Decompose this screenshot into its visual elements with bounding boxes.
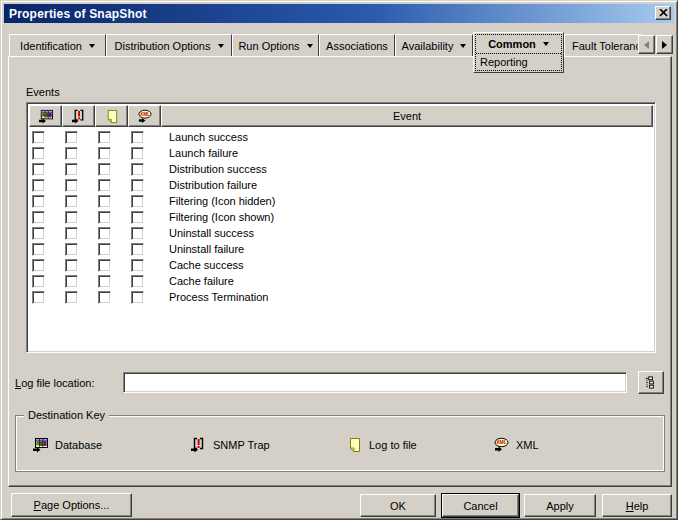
- checkbox-database[interactable]: [32, 259, 45, 272]
- tab-run-options[interactable]: Run Options: [232, 34, 319, 56]
- checkbox-database[interactable]: [32, 275, 45, 288]
- event-label: Distribution success: [169, 163, 267, 175]
- checkbox-database[interactable]: [32, 147, 45, 160]
- tab-distribution-options[interactable]: Distribution Options: [106, 34, 232, 56]
- table-row: Uninstall success: [29, 225, 653, 241]
- checkbox-log-to-file[interactable]: [98, 227, 111, 240]
- checkbox-database[interactable]: [32, 243, 45, 256]
- checkbox-log-to-file[interactable]: [98, 243, 111, 256]
- arrow-right-icon: [662, 41, 667, 49]
- checkbox-snmp-trap[interactable]: [65, 291, 78, 304]
- checkbox-snmp-trap[interactable]: [65, 179, 78, 192]
- table-row: Filtering (Icon hidden): [29, 193, 653, 209]
- checkbox-snmp-trap[interactable]: [65, 131, 78, 144]
- column-header-database[interactable]: [29, 105, 62, 127]
- checkbox-log-to-file[interactable]: [98, 195, 111, 208]
- tab-scroll-right-button[interactable]: [656, 35, 673, 54]
- checkbox-cell: [95, 259, 128, 272]
- browse-button[interactable]: [638, 371, 664, 394]
- checkbox-snmp-trap[interactable]: [65, 163, 78, 176]
- checkbox-database[interactable]: [32, 227, 45, 240]
- tab-label: Identification: [20, 40, 82, 52]
- checkbox-database[interactable]: [32, 179, 45, 192]
- checkbox-cell: [62, 131, 95, 144]
- checkbox-xml[interactable]: [131, 275, 144, 288]
- log-to-file-icon: [103, 109, 120, 124]
- event-label: Cache failure: [169, 275, 234, 287]
- checkbox-xml[interactable]: [131, 211, 144, 224]
- destination-item-database: Database: [32, 437, 102, 453]
- checkbox-log-to-file[interactable]: [98, 131, 111, 144]
- cancel-button[interactable]: Cancel: [442, 494, 519, 517]
- ok-button[interactable]: OK: [360, 494, 436, 517]
- help-button[interactable]: Help: [602, 494, 672, 517]
- checkbox-log-to-file[interactable]: [98, 291, 111, 304]
- events-section-label: Events: [26, 86, 60, 98]
- tab-identification[interactable]: Identification: [9, 34, 106, 56]
- svg-text:XML: XML: [496, 439, 507, 445]
- event-label: Cache success: [169, 259, 244, 271]
- destination-item-xml: XML XML: [493, 437, 539, 453]
- tab-common[interactable]: CommonReporting: [473, 32, 564, 73]
- page-options-button[interactable]: Page Options...: [11, 493, 132, 517]
- database-icon: [32, 437, 48, 453]
- table-row: Distribution failure: [29, 177, 653, 193]
- column-header-snmp-trap[interactable]: [62, 105, 95, 127]
- checkbox-snmp-trap[interactable]: [65, 275, 78, 288]
- checkbox-xml[interactable]: [131, 147, 144, 160]
- checkbox-snmp-trap[interactable]: [65, 259, 78, 272]
- subtab-reporting[interactable]: Reporting: [476, 54, 561, 70]
- checkbox-xml[interactable]: [131, 195, 144, 208]
- checkbox-cell: [29, 211, 62, 224]
- checkbox-log-to-file[interactable]: [98, 275, 111, 288]
- close-button[interactable]: [655, 6, 671, 20]
- checkbox-log-to-file[interactable]: [98, 147, 111, 160]
- event-label: Launch success: [169, 131, 248, 143]
- checkbox-cell: [128, 131, 161, 144]
- checkbox-xml[interactable]: [131, 291, 144, 304]
- checkbox-cell: [29, 275, 62, 288]
- checkbox-xml[interactable]: [131, 131, 144, 144]
- database-icon: [37, 109, 54, 124]
- checkbox-database[interactable]: [32, 163, 45, 176]
- checkbox-xml[interactable]: [131, 179, 144, 192]
- checkbox-cell: [128, 147, 161, 160]
- checkbox-snmp-trap[interactable]: [65, 227, 78, 240]
- checkbox-cell: [62, 227, 95, 240]
- checkbox-database[interactable]: [32, 195, 45, 208]
- tab-availability[interactable]: Availability: [395, 34, 473, 56]
- checkbox-database[interactable]: [32, 131, 45, 144]
- checkbox-cell: [62, 243, 95, 256]
- table-row: Filtering (Icon shown): [29, 209, 653, 225]
- checkbox-xml[interactable]: [131, 227, 144, 240]
- column-header-log-to-file[interactable]: [95, 105, 128, 127]
- tab-associations[interactable]: Associations: [319, 34, 395, 56]
- column-header-event[interactable]: Event: [161, 105, 653, 127]
- log-file-location-input[interactable]: [123, 372, 627, 393]
- checkbox-xml[interactable]: [131, 243, 144, 256]
- checkbox-snmp-trap[interactable]: [65, 243, 78, 256]
- checkbox-cell: [128, 259, 161, 272]
- event-label: Process Termination: [169, 291, 268, 303]
- checkbox-database[interactable]: [32, 291, 45, 304]
- checkbox-log-to-file[interactable]: [98, 163, 111, 176]
- checkbox-xml[interactable]: [131, 163, 144, 176]
- checkbox-snmp-trap[interactable]: [65, 147, 78, 160]
- tab-scroll-left-button[interactable]: [638, 35, 655, 54]
- checkbox-log-to-file[interactable]: [98, 259, 111, 272]
- table-row: Uninstall failure: [29, 241, 653, 257]
- apply-button[interactable]: Apply: [524, 494, 596, 517]
- checkbox-cell: [95, 275, 128, 288]
- checkbox-database[interactable]: [32, 211, 45, 224]
- snmp-trap-icon: [190, 437, 206, 453]
- checkbox-xml[interactable]: [131, 259, 144, 272]
- checkbox-log-to-file[interactable]: [98, 211, 111, 224]
- checkbox-log-to-file[interactable]: [98, 179, 111, 192]
- checkbox-cell: [95, 163, 128, 176]
- checkbox-snmp-trap[interactable]: [65, 211, 78, 224]
- tab-fault-toleranc[interactable]: Fault Toleranc: [564, 34, 641, 56]
- column-header-xml[interactable]: XML: [128, 105, 161, 127]
- checkbox-cell: [95, 227, 128, 240]
- checkbox-cell: [95, 195, 128, 208]
- checkbox-snmp-trap[interactable]: [65, 195, 78, 208]
